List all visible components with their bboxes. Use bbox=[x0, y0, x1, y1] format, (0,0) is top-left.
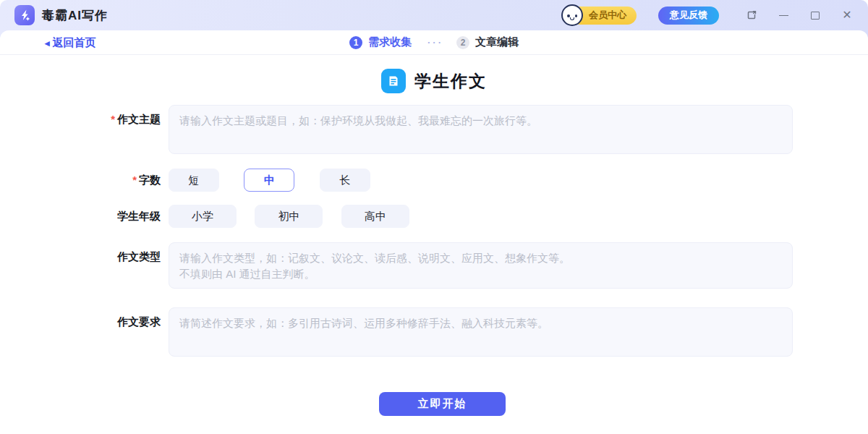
avatar-eye-icon bbox=[567, 14, 570, 17]
step-indicator: 1 需求收集 ··· 2 文章编辑 bbox=[349, 35, 519, 49]
length-option-medium[interactable]: 中 bbox=[244, 169, 294, 192]
close-icon: ✕ bbox=[842, 9, 851, 21]
length-option-long[interactable]: 长 bbox=[320, 169, 370, 192]
app-title: 毒霸AI写作 bbox=[42, 7, 108, 24]
length-label: *字数 bbox=[92, 174, 161, 187]
content-panel: ◂ 返回首页 1 需求收集 ··· 2 文章编辑 bbox=[0, 30, 868, 434]
titlebar: 毒霸AI写作 会员中心 意见反馈 bbox=[0, 0, 868, 30]
page-title-row: 学生作文 bbox=[0, 69, 868, 93]
requirements-label: 作文要求 bbox=[92, 307, 161, 329]
grade-row: 学生年级 小学 初中 高中 bbox=[92, 205, 793, 228]
step-1-badge: 1 bbox=[349, 36, 362, 49]
grade-label: 学生年级 bbox=[92, 210, 161, 224]
length-option-short[interactable]: 短 bbox=[169, 169, 219, 192]
titlebar-right: 会员中心 意见反馈 ✕ bbox=[561, 4, 855, 26]
essay-type-row: 作文类型 bbox=[92, 242, 793, 289]
back-home-label: 返回首页 bbox=[53, 36, 96, 50]
maximize-button[interactable] bbox=[807, 7, 823, 23]
maximize-icon bbox=[811, 12, 820, 20]
step-requirements: 1 需求收集 bbox=[349, 35, 412, 49]
topic-row: *作文主题 bbox=[92, 105, 793, 154]
topic-label: *作文主题 bbox=[92, 105, 161, 127]
submit-row: 立即开始 bbox=[92, 392, 793, 416]
app-logo-icon bbox=[14, 5, 35, 25]
grade-option-primary[interactable]: 小学 bbox=[169, 205, 237, 228]
step-2-badge: 2 bbox=[456, 36, 469, 49]
step-separator-dots: ··· bbox=[427, 37, 443, 48]
topic-input[interactable] bbox=[169, 105, 793, 154]
minimize-button[interactable] bbox=[775, 7, 791, 23]
user-avatar[interactable] bbox=[561, 4, 583, 26]
minimize-icon bbox=[779, 15, 788, 16]
essay-type-input[interactable] bbox=[169, 242, 793, 289]
open-in-new-window-icon[interactable] bbox=[744, 7, 760, 23]
essay-type-label: 作文类型 bbox=[92, 242, 161, 264]
avatar-eye-icon bbox=[575, 14, 578, 17]
step-article-edit: 2 文章编辑 bbox=[456, 35, 519, 49]
lightning-pen-icon bbox=[18, 9, 31, 22]
start-now-button[interactable]: 立即开始 bbox=[379, 392, 506, 416]
window-controls: ✕ bbox=[744, 7, 855, 23]
step-1-label: 需求收集 bbox=[368, 35, 412, 49]
grade-option-senior[interactable]: 高中 bbox=[341, 205, 409, 228]
close-button[interactable]: ✕ bbox=[839, 7, 855, 23]
required-marker: * bbox=[111, 113, 115, 125]
app-window: 毒霸AI写作 会员中心 意见反馈 bbox=[0, 0, 868, 434]
grade-option-junior[interactable]: 初中 bbox=[255, 205, 323, 228]
requirements-input[interactable] bbox=[169, 307, 793, 357]
back-home-link[interactable]: ◂ 返回首页 bbox=[45, 30, 96, 55]
requirements-row: 作文要求 bbox=[92, 307, 793, 357]
page-title: 学生作文 bbox=[414, 70, 487, 93]
avatar-mouth-icon bbox=[570, 17, 574, 20]
required-marker: * bbox=[132, 174, 137, 186]
length-row: *字数 短 中 长 bbox=[92, 169, 793, 192]
nav-row: ◂ 返回首页 1 需求收集 ··· 2 文章编辑 bbox=[0, 30, 868, 55]
essay-form: *作文主题 *字数 短 中 长 学生年级 小学 初中 高中 bbox=[92, 105, 793, 416]
feedback-button[interactable]: 意见反馈 bbox=[658, 7, 719, 25]
document-icon bbox=[381, 69, 406, 93]
step-2-label: 文章编辑 bbox=[475, 35, 519, 49]
back-arrow-icon: ◂ bbox=[45, 38, 50, 48]
